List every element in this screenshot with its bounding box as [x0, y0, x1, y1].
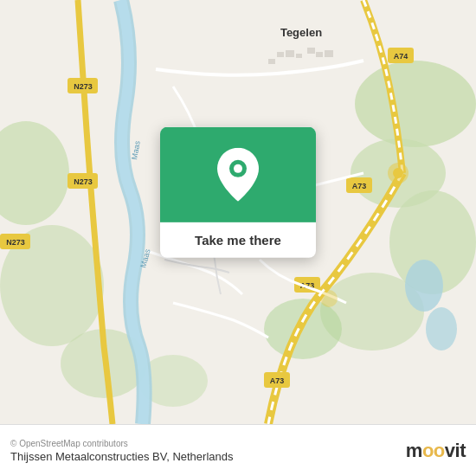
moovit-logo: moovit: [406, 440, 466, 462]
popup-card: Take me there: [160, 127, 316, 258]
svg-text:N273: N273: [6, 238, 25, 247]
svg-text:A73: A73: [352, 182, 367, 190]
footer-info: © OpenStreetMap contributors Thijssen Me…: [10, 439, 233, 463]
svg-text:A74: A74: [394, 52, 408, 61]
svg-point-11: [426, 307, 457, 351]
svg-rect-29: [277, 52, 284, 57]
svg-point-37: [393, 168, 403, 178]
svg-rect-31: [296, 54, 302, 58]
svg-rect-30: [286, 50, 294, 57]
map-container: A74 A73 A73 A73 N273 N273 N273 Maas Maas…: [0, 0, 476, 424]
svg-rect-33: [307, 48, 315, 54]
svg-rect-35: [325, 50, 333, 57]
svg-text:N273: N273: [74, 82, 93, 91]
svg-text:N273: N273: [74, 177, 93, 186]
svg-point-38: [320, 290, 338, 307]
take-me-there-button[interactable]: Take me there: [160, 222, 316, 258]
copyright-text: © OpenStreetMap contributors: [10, 439, 233, 448]
svg-point-40: [234, 164, 242, 173]
svg-point-10: [405, 260, 443, 312]
svg-text:A73: A73: [270, 376, 285, 385]
location-pin-icon: [217, 148, 259, 202]
svg-rect-34: [316, 52, 323, 57]
location-title: Thijssen Metaalconstructies BV, Netherla…: [10, 450, 233, 463]
svg-text:Tegelen: Tegelen: [280, 26, 322, 39]
svg-rect-32: [268, 59, 275, 64]
svg-point-1: [355, 61, 476, 147]
moovit-wordmark: moovit: [406, 440, 466, 462]
footer-bar: © OpenStreetMap contributors Thijssen Me…: [0, 424, 476, 476]
popup-header: [160, 127, 316, 222]
